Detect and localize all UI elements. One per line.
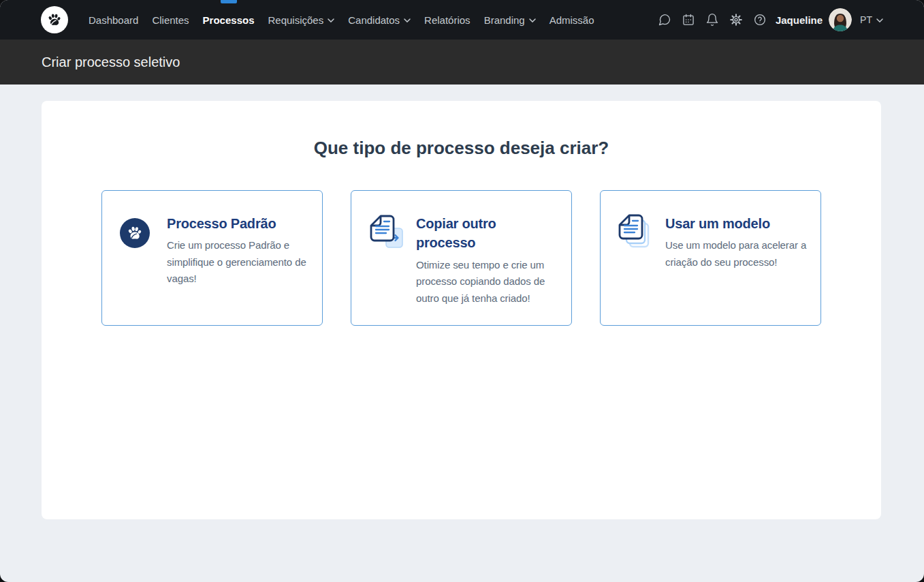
nav-label: Processos xyxy=(203,14,255,26)
navbar-right: Jaqueline PT xyxy=(648,8,883,31)
card-text: Usar um modelo Use um modelo para aceler… xyxy=(665,214,808,271)
app-window: Dashboard Clientes Processos Requisições… xyxy=(0,0,924,582)
card-title: Usar um modelo xyxy=(665,214,808,233)
paw-icon xyxy=(120,214,155,248)
nav-item-candidatos[interactable]: Candidatos xyxy=(341,0,417,40)
nav-item-branding[interactable]: Branding xyxy=(477,0,543,40)
template-stack-icon xyxy=(618,214,654,249)
card-title: Processo Padrão xyxy=(167,214,310,233)
nav-label: Clientes xyxy=(152,14,189,26)
card-text: Processo Padrão Crie um processo Padrão … xyxy=(167,214,310,288)
language-selector[interactable]: PT xyxy=(860,14,883,25)
card-processo-padrao[interactable]: Processo Padrão Crie um processo Padrão … xyxy=(101,190,323,326)
process-type-cards: Processo Padrão Crie um processo Padrão … xyxy=(42,190,881,326)
page-title: Criar processo seletivo xyxy=(42,55,180,70)
content-panel: Que tipo de processo deseja criar? xyxy=(42,101,881,519)
nav-label: Dashboard xyxy=(89,14,138,26)
user-name[interactable]: Jaqueline xyxy=(776,14,823,26)
card-description: Use um modelo para acelerar a criação do… xyxy=(665,237,808,271)
chat-icon[interactable] xyxy=(657,12,672,27)
nav-item-clientes[interactable]: Clientes xyxy=(145,0,195,40)
main-nav: Dashboard Clientes Processos Requisições… xyxy=(82,0,601,40)
card-text: Copiar outro processo Otimize seu tempo … xyxy=(416,214,559,307)
gear-icon[interactable] xyxy=(729,12,744,27)
bell-icon[interactable] xyxy=(705,12,720,27)
question-heading: Que tipo de processo deseja criar? xyxy=(42,101,881,159)
chevron-down-icon xyxy=(529,18,536,22)
chevron-down-icon xyxy=(328,18,334,22)
nav-label: Candidatos xyxy=(348,14,400,26)
nav-label: Admissão xyxy=(549,14,594,26)
card-copiar-processo[interactable]: Copiar outro processo Otimize seu tempo … xyxy=(351,190,572,326)
chevron-down-icon xyxy=(404,18,411,22)
nav-label: Relatórios xyxy=(424,14,471,26)
top-navbar: Dashboard Clientes Processos Requisições… xyxy=(0,0,924,40)
chevron-down-icon xyxy=(876,18,883,22)
card-description: Crie um processo Padrão e simplifique o … xyxy=(167,237,310,287)
nav-label: Branding xyxy=(484,14,525,26)
card-title: Copiar outro processo xyxy=(416,214,559,253)
main-content: Que tipo de processo deseja criar? xyxy=(0,85,924,582)
calendar-icon[interactable] xyxy=(681,12,696,27)
help-icon[interactable] xyxy=(752,12,767,27)
page-header: Criar processo seletivo xyxy=(0,40,924,85)
card-usar-modelo[interactable]: Usar um modelo Use um modelo para aceler… xyxy=(600,190,821,326)
paw-logo-icon xyxy=(46,11,63,29)
nav-item-relatorios[interactable]: Relatórios xyxy=(417,0,477,40)
nav-label: Requisições xyxy=(268,14,323,26)
language-code: PT xyxy=(860,14,872,25)
nav-item-admissao[interactable]: Admissão xyxy=(543,0,601,40)
app-logo[interactable] xyxy=(41,6,68,33)
copy-process-icon xyxy=(369,214,404,249)
nav-item-dashboard[interactable]: Dashboard xyxy=(82,0,145,40)
nav-item-processos[interactable]: Processos xyxy=(196,0,261,40)
card-description: Otimize seu tempo e crie um processo cop… xyxy=(416,257,559,307)
nav-item-requisicoes[interactable]: Requisições xyxy=(261,0,341,40)
avatar[interactable] xyxy=(829,8,852,31)
